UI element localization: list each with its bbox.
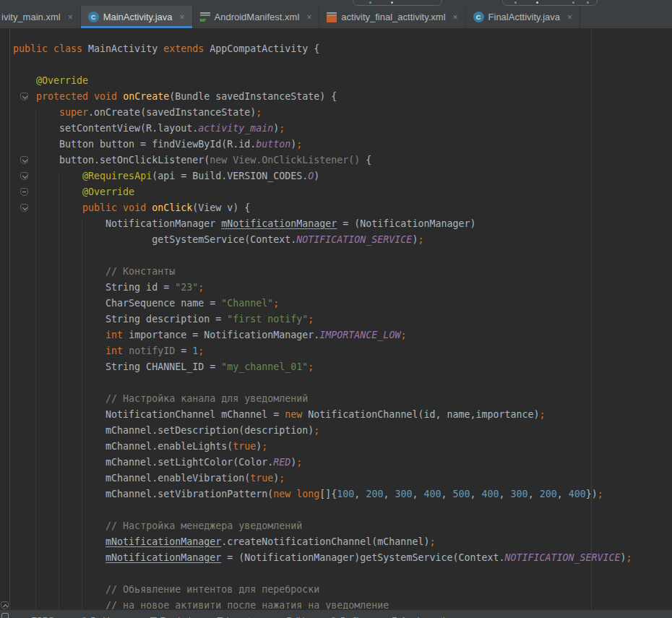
code-line[interactable]	[13, 248, 632, 264]
code-line[interactable]: String description = "first notify";	[13, 312, 632, 327]
code-line[interactable]: mChannel.setVibrationPattern(new long[]{…	[13, 486, 632, 502]
code-line[interactable]: // Настройка канала для уведомлений	[13, 391, 632, 407]
code-line[interactable]: mNotificationManager = (NotificationMana…	[13, 550, 632, 566]
close-tab-icon[interactable]: ×	[306, 12, 311, 22]
code-line[interactable]: NotificationManager mNotificationManager…	[13, 216, 632, 232]
code-editor[interactable]: public class MainActivity extends AppCom…	[0, 29, 672, 609]
code-line[interactable]: mNotificationManager.createNotificationC…	[13, 534, 632, 550]
code-line[interactable]: button.setOnClickListener(new View.OnCli…	[13, 153, 632, 168]
code-line[interactable]: // Константы	[13, 264, 632, 280]
code-line[interactable]: int notifyID = 1;	[13, 343, 632, 359]
code-line[interactable]: public class MainActivity extends AppCom…	[13, 41, 632, 57]
code-line[interactable]: mChannel.setDescription(description);	[13, 423, 632, 439]
tab-activity-final-acttivity-xml[interactable]: activity_final_acttivity.xml×	[319, 6, 465, 28]
tool-window-bar: TODOProblemsTerminalLogcatBuildProfilerA…	[0, 609, 672, 618]
layout-xml-icon	[327, 12, 337, 22]
manifest-icon: MF	[200, 12, 210, 22]
code-line[interactable]: @Override	[13, 184, 632, 200]
code-line[interactable]: mChannel.enableVibration(true);	[13, 471, 632, 486]
tab-mainactivity-java[interactable]: CMainActivity.java×	[81, 6, 193, 28]
tab-finalacttivity-java[interactable]: CFinalActtivity.java×	[466, 6, 580, 28]
run-widget-chip	[353, 0, 442, 6]
code-line[interactable]: @Override	[13, 73, 632, 89]
tab-label: MainActivity.java	[103, 12, 173, 22]
code-line[interactable]	[13, 566, 632, 582]
fold-marker-icon[interactable]	[20, 156, 28, 164]
tab-androidmanifest-xml[interactable]: MFAndroidManifest.xml×	[193, 6, 320, 28]
editor-tab-bar: ivity_main.xml×CMainActivity.java×MFAndr…	[0, 6, 672, 29]
java-class-icon: C	[88, 12, 99, 22]
close-tab-icon[interactable]: ×	[567, 12, 572, 22]
tab-label: FinalActtivity.java	[488, 12, 560, 22]
code-line[interactable]: // Настройка менеджера уведомлений	[13, 518, 632, 534]
code-line[interactable]	[13, 502, 632, 518]
fold-marker-icon[interactable]	[20, 172, 28, 180]
code-line[interactable]: public void onClick(View v) {	[13, 200, 632, 216]
device-widget-chip	[502, 0, 598, 6]
fold-marker-icon[interactable]	[20, 204, 28, 212]
code-line[interactable]: CharSequence name = "Channel";	[13, 296, 632, 312]
fold-marker-icon[interactable]	[20, 188, 28, 196]
fold-marker-icon[interactable]	[20, 93, 28, 100]
fold-marker-icon[interactable]	[1, 601, 9, 609]
code-line[interactable]: super.onCreate(savedInstanceState);	[13, 105, 632, 121]
code-line[interactable]: mChannel.setLightColor(Color.RED);	[13, 455, 632, 471]
code-line[interactable]: setContentView(R.layout.activity_main);	[13, 121, 632, 137]
code-line[interactable]: String id = "23";	[13, 280, 632, 296]
code-line[interactable]: String CHANNEL_ID = "my_channel_01";	[13, 359, 632, 375]
code-line[interactable]	[13, 375, 632, 391]
java-class-icon: C	[473, 12, 484, 22]
close-tab-icon[interactable]: ×	[68, 12, 73, 22]
code-lines: public class MainActivity extends AppCom…	[13, 41, 632, 614]
tab-label: ivity_main.xml	[1, 12, 61, 22]
code-line[interactable]: Button button = findViewById(R.id.button…	[13, 137, 632, 153]
close-tab-icon[interactable]: ×	[453, 12, 458, 22]
main-toolbar	[0, 0, 672, 6]
code-line[interactable]: // Обьявление интентов для переброски	[13, 582, 632, 598]
code-line[interactable]: @RequiresApi(api = Build.VERSION_CODES.O…	[13, 168, 632, 184]
code-line[interactable]: int importance = NotificationManager.IMP…	[13, 327, 632, 343]
tab-label: AndroidManifest.xml	[215, 12, 300, 22]
window-icon[interactable]	[1, 613, 9, 618]
tab-ivity-main-xml[interactable]: ivity_main.xml×	[0, 6, 81, 28]
close-tab-icon[interactable]: ×	[179, 12, 184, 22]
fold-gutter-line	[9, 29, 10, 609]
ide-window: ivity_main.xml×CMainActivity.java×MFAndr…	[0, 0, 672, 618]
code-line[interactable]	[13, 57, 632, 73]
code-line[interactable]: mChannel.enableLights(true);	[13, 439, 632, 455]
tab-label: activity_final_acttivity.xml	[341, 12, 445, 22]
code-line[interactable]: NotificationChannel mChannel = new Notif…	[13, 407, 632, 423]
code-line[interactable]: getSystemService(Context.NOTIFICATION_SE…	[13, 232, 632, 248]
code-line[interactable]: protected void onCreate(Bundle savedInst…	[13, 89, 632, 105]
